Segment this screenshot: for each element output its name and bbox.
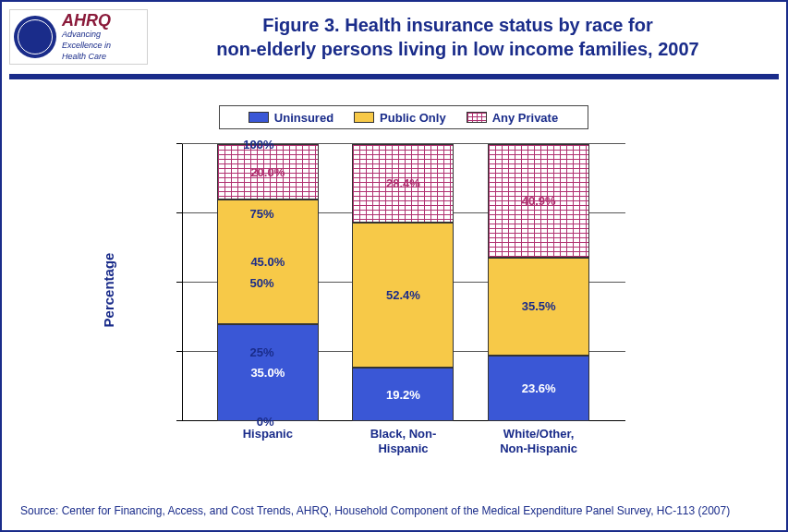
ahrq-text-block: AHRQ Advancing Excellence in Health Care [62,12,111,62]
chart-title-line2: non-elderly persons living in low income… [148,37,768,61]
ytick-75: 75% [219,207,274,221]
seg-white-uninsured: 23.6% [488,356,589,421]
chart-area: Uninsured Public Only Any Private Percen… [62,105,727,466]
legend-label-uninsured: Uninsured [274,111,333,125]
seg-black-uninsured: 19.2% [352,368,454,421]
legend: Uninsured Public Only Any Private [219,105,588,129]
divider-bar [9,74,779,79]
ahrq-brand: AHRQ [62,12,111,29]
title-wrap: Figure 3. Health insurance status by rac… [148,9,768,61]
legend-item-private: Any Private [467,111,559,125]
legend-label-public: Public Only [380,111,446,125]
bar-white-other: 23.6% 35.5% 40.9% [488,144,589,421]
ahrq-tagline-3: Health Care [62,53,111,62]
legend-item-public: Public Only [354,111,446,125]
swatch-public-icon [354,112,374,123]
source-note: Source: Center for Financing, Access, an… [20,504,768,517]
seg-white-private: 40.9% [488,144,589,258]
ytick-25: 25% [219,345,274,359]
y-axis-label: Percentage [100,253,115,328]
figure-frame: AHRQ Advancing Excellence in Health Care… [0,0,788,532]
hhs-seal-icon [14,16,56,58]
swatch-private-icon [467,112,487,123]
swatch-uninsured-icon [249,112,269,123]
seg-hispanic-private: 20.0% [217,144,319,200]
seg-white-public: 35.5% [488,258,589,357]
seg-hispanic-uninsured: 35.0% [217,324,319,421]
legend-label-private: Any Private [492,111,559,125]
seg-black-public: 52.4% [352,223,454,368]
chart-title-line1: Figure 3. Health insurance status by rac… [148,13,768,37]
xlabel-hispanic: Hispanic [212,427,323,455]
xlabel-white-other: White/Other,Non-Hispanic [483,427,594,455]
legend-item-uninsured: Uninsured [249,111,333,125]
ahrq-logo: AHRQ Advancing Excellence in Health Care [9,9,148,65]
bar-black: 19.2% 52.4% 28.4% [352,144,454,421]
ahrq-tagline-1: Advancing [62,30,111,40]
seg-black-private: 28.4% [352,144,454,223]
x-axis-labels: Hispanic Black, Non-Hispanic White/Other… [182,427,625,455]
ytick-100: 100% [219,138,274,151]
header: AHRQ Advancing Excellence in Health Care… [2,2,786,65]
ahrq-tagline-2: Excellence in [62,42,111,51]
ytick-50: 50% [219,276,274,290]
xlabel-black: Black, Non-Hispanic [347,427,458,455]
